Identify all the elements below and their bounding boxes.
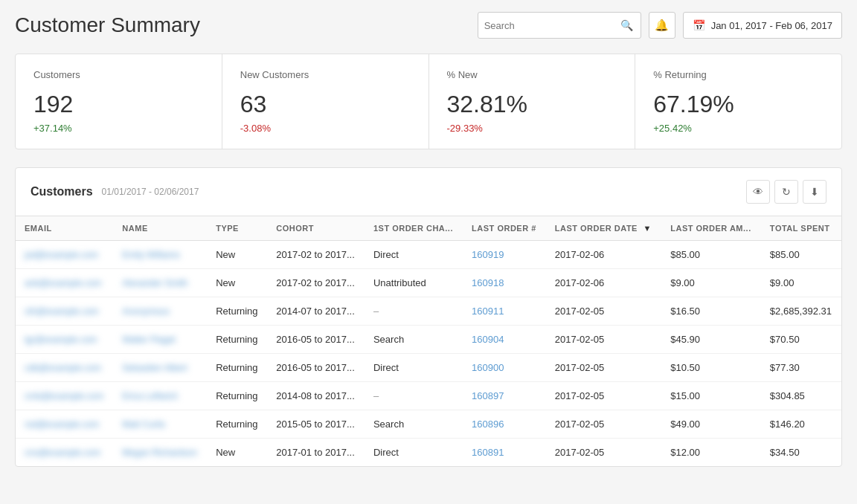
- cell-last-order-date: 2017-02-05: [546, 354, 662, 382]
- cell-total-spent: $70.50: [761, 326, 841, 354]
- cell-total-spent: $34.50: [761, 439, 841, 467]
- pct-returning-card: % Returning 67.19% +25.42%: [635, 54, 841, 149]
- column-visibility-button[interactable]: 👁: [746, 180, 770, 204]
- cell-email: cns@example.com: [16, 439, 113, 467]
- date-range-label: Jan 01, 2017 - Feb 06, 2017: [711, 20, 832, 31]
- search-input[interactable]: [484, 20, 619, 31]
- cell-total-spent: $85.00: [761, 241, 841, 269]
- cell-cohort: 2016-05 to 2017...: [267, 354, 365, 382]
- cell-last-order-num: 160891: [463, 439, 546, 467]
- cell-last-order-date: 2017-02-06: [546, 241, 662, 269]
- customers-card: Customers 192 +37.14%: [16, 54, 222, 149]
- col-email: EMAIL: [16, 216, 113, 241]
- eye-icon: 👁: [753, 186, 763, 198]
- cell-first-order-channel: Direct: [365, 354, 463, 382]
- cell-email: jsd@example.com: [16, 241, 113, 269]
- refresh-button[interactable]: ↻: [774, 180, 798, 204]
- date-range-button[interactable]: 📅 Jan 01, 2017 - Feb 06, 2017: [683, 12, 842, 39]
- pct-returning-value: 67.19%: [653, 91, 824, 118]
- cell-type: Returning: [207, 297, 267, 326]
- cell-type: Returning: [207, 326, 267, 354]
- cell-last-order-amount: $10.50: [661, 354, 761, 382]
- col-type: TYPE: [207, 216, 267, 241]
- cell-cohort: 2017-02 to 2017...: [267, 269, 365, 297]
- cell-email: cth@example.com: [16, 297, 113, 326]
- col-name: NAME: [113, 216, 207, 241]
- cell-cohort: 2014-08 to 2017...: [267, 382, 365, 410]
- pct-returning-change: +25.42%: [653, 123, 824, 134]
- cell-total-spent: $77.30: [761, 354, 841, 382]
- cell-last-order-num: 160919: [463, 241, 546, 269]
- cell-type: New: [207, 269, 267, 297]
- pct-new-change: -29.33%: [447, 123, 617, 134]
- pct-new-value: 32.81%: [447, 91, 617, 118]
- cell-type: Returning: [207, 382, 267, 410]
- customers-table: EMAIL NAME TYPE COHORT 1ST ORDER CHA... …: [16, 216, 841, 466]
- cell-last-order-num: 160896: [463, 410, 546, 439]
- search-box: 🔍: [478, 12, 641, 39]
- cell-last-order-date: 2017-02-06: [546, 269, 662, 297]
- bell-icon: 🔔: [655, 19, 669, 32]
- summary-cards: Customers 192 +37.14% New Customers 63 -…: [15, 54, 842, 149]
- cell-email: cmb@example.com: [16, 382, 113, 410]
- export-button[interactable]: ⬇: [803, 180, 826, 204]
- cell-first-order-channel: Direct: [365, 241, 463, 269]
- page-container: Customer Summary 🔍 🔔 📅 Jan 01, 2017 - Fe…: [0, 0, 857, 504]
- refresh-icon: ↻: [782, 186, 791, 198]
- download-icon: ⬇: [810, 186, 819, 198]
- cell-last-order-date: 2017-02-05: [546, 439, 662, 467]
- cell-cohort: 2015-05 to 2017...: [267, 410, 365, 439]
- page-title: Customer Summary: [15, 13, 200, 37]
- cell-total-spent: $2,685,392.31: [761, 297, 841, 326]
- customers-change: +37.14%: [33, 123, 204, 134]
- cell-cohort: 2017-02 to 2017...: [267, 241, 365, 269]
- cell-first-order-channel: Search: [365, 410, 463, 439]
- table-title: Customers: [31, 185, 93, 198]
- new-customers-change: -3.08%: [240, 123, 411, 134]
- cell-name: Walter Piaget: [113, 326, 207, 354]
- cell-email: cdb@example.com: [16, 354, 113, 382]
- cell-name: Anonymous: [113, 297, 207, 326]
- new-customers-card: New Customers 63 -3.08%: [222, 54, 429, 149]
- cell-name: Alexander Smith: [113, 269, 207, 297]
- new-customers-label: New Customers: [240, 69, 411, 80]
- cell-total-spent: $9.00: [761, 269, 841, 297]
- cell-last-order-amount: $15.00: [661, 382, 761, 410]
- cell-type: Returning: [207, 410, 267, 439]
- col-first-order-channel: 1ST ORDER CHA...: [365, 216, 463, 241]
- col-total-spent: TOTAL SPENT: [761, 216, 841, 241]
- pct-new-label: % New: [447, 69, 617, 80]
- cell-cohort: 2017-01 to 2017...: [267, 439, 365, 467]
- cell-last-order-num: 160904: [463, 326, 546, 354]
- table-date-range: 01/01/2017 - 02/06/2017: [102, 187, 199, 197]
- cell-first-order-channel: Unattributed: [365, 269, 463, 297]
- new-customers-value: 63: [240, 91, 411, 118]
- cell-type: New: [207, 241, 267, 269]
- cell-total-spent: $304.85: [761, 382, 841, 410]
- cell-last-order-date: 2017-02-05: [546, 326, 662, 354]
- cell-email: anb@example.com: [16, 269, 113, 297]
- customers-value: 192: [33, 91, 204, 118]
- table-row: jsd@example.com Emily Williams New 2017-…: [16, 241, 841, 269]
- cell-email: tgr@example.com: [16, 326, 113, 354]
- table-row: tgr@example.com Walter Piaget Returning …: [16, 326, 841, 354]
- table-header: Customers 01/01/2017 - 02/06/2017 👁 ↻ ⬇: [16, 168, 841, 216]
- cell-name: Matt Curtis: [113, 410, 207, 439]
- customers-label: Customers: [33, 69, 204, 80]
- cell-email: rsd@example.com: [16, 410, 113, 439]
- cell-cohort: 2014-07 to 2017...: [267, 297, 365, 326]
- cell-name: Emily Williams: [113, 241, 207, 269]
- cell-last-order-num: 160918: [463, 269, 546, 297]
- cell-type: New: [207, 439, 267, 467]
- cell-last-order-amount: $85.00: [661, 241, 761, 269]
- table-row: cns@example.com Megan Richardson New 201…: [16, 439, 841, 467]
- header-right: 🔍 🔔 📅 Jan 01, 2017 - Feb 06, 2017: [478, 12, 842, 39]
- col-last-order-date[interactable]: LAST ORDER DATE ▼: [546, 216, 662, 241]
- col-cohort: COHORT: [267, 216, 365, 241]
- pct-returning-label: % Returning: [653, 69, 824, 80]
- cell-first-order-channel: –: [365, 382, 463, 410]
- table-row: cmb@example.com Erica Leftwich Returning…: [16, 382, 841, 410]
- notification-button[interactable]: 🔔: [649, 12, 675, 39]
- table-row: cdb@example.com Sebastien Albert Returni…: [16, 354, 841, 382]
- search-button[interactable]: 🔍: [619, 19, 635, 31]
